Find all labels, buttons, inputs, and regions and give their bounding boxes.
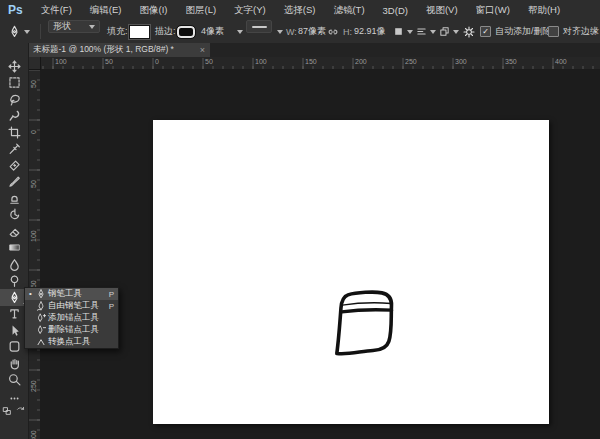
stroke-width-value[interactable]: 4像素 bbox=[201, 20, 224, 43]
hand-tool[interactable] bbox=[0, 355, 28, 372]
flyout-item-转换点工具[interactable]: 转换点工具 bbox=[25, 336, 118, 348]
menu-item[interactable]: 滤镜(T) bbox=[324, 4, 373, 17]
pen-tool-flyout-menu: •钢笔工具P自由钢笔工具P添加锚点工具删除锚点工具转换点工具 bbox=[24, 287, 119, 349]
link-dimensions-icon-wrap[interactable] bbox=[327, 20, 339, 43]
shape-icon bbox=[8, 340, 21, 353]
flyout-item-删除锚点工具[interactable]: 删除锚点工具 bbox=[25, 324, 118, 336]
tool-mode-select[interactable]: 形状 bbox=[48, 20, 100, 33]
checkbox-unchecked-icon bbox=[548, 26, 559, 37]
fill-label: 填充: bbox=[107, 20, 128, 43]
stamp-icon bbox=[8, 192, 21, 205]
tool-preset-pen[interactable] bbox=[8, 20, 30, 43]
flyout-item-钢笔工具[interactable]: •钢笔工具P bbox=[25, 288, 118, 300]
history-icon bbox=[8, 208, 21, 221]
clone-stamp-tool[interactable] bbox=[0, 190, 28, 207]
menu-item[interactable]: 选择(S) bbox=[275, 4, 325, 17]
menu-item[interactable]: 窗口(W) bbox=[467, 4, 519, 17]
close-icon[interactable]: × bbox=[200, 45, 205, 55]
flyout-item-自由钢笔工具[interactable]: 自由钢笔工具P bbox=[25, 300, 118, 312]
zoom-icon bbox=[8, 373, 21, 386]
menu-item[interactable]: 图层(L) bbox=[176, 4, 225, 17]
menu-item[interactable]: 编辑(E) bbox=[81, 4, 131, 17]
tool-mode-value: 形状 bbox=[53, 20, 86, 33]
align-edges-checkbox[interactable]: 对齐边缘 bbox=[548, 20, 599, 43]
auto-add-delete-label: 自动添加/删除 bbox=[495, 25, 552, 38]
flyout-item-label: 添加锚点工具 bbox=[48, 312, 112, 324]
spot-healing-brush-tool[interactable] bbox=[0, 157, 28, 174]
flyout-item-添加锚点工具[interactable]: 添加锚点工具 bbox=[25, 312, 118, 324]
stroke-color bbox=[177, 26, 195, 38]
width-value[interactable]: 87像素 bbox=[298, 20, 326, 43]
canvas[interactable] bbox=[153, 120, 549, 424]
fill-color-swatch[interactable] bbox=[129, 26, 150, 38]
gear-icon bbox=[463, 26, 475, 38]
chevron-down-icon bbox=[89, 25, 95, 29]
height-value[interactable]: 92.91像 bbox=[354, 20, 386, 43]
type-icon bbox=[8, 307, 21, 320]
stroke-style-line bbox=[252, 26, 267, 28]
default-colors-button[interactable] bbox=[0, 404, 14, 417]
move-tool[interactable] bbox=[0, 58, 28, 75]
menu-item[interactable]: 视图(V) bbox=[417, 4, 467, 17]
hand-icon bbox=[8, 357, 21, 370]
pen-icon bbox=[8, 291, 21, 304]
tools-panel bbox=[0, 43, 29, 439]
menu-bar: Ps 文件(F)编辑(E)图像(I)图层(L)文字(Y)选择(S)滤镜(T)3D… bbox=[0, 0, 600, 21]
chevron-down-icon bbox=[237, 30, 243, 34]
eyedropper-tool[interactable] bbox=[0, 141, 28, 158]
menu-item[interactable]: 文字(Y) bbox=[225, 4, 275, 17]
move-icon bbox=[8, 60, 21, 73]
separator bbox=[40, 24, 41, 39]
flyout-item-shortcut: P bbox=[109, 290, 114, 299]
chevron-down-icon bbox=[430, 30, 436, 34]
quick-selection-tool[interactable] bbox=[0, 108, 28, 125]
freeform-pen-icon bbox=[36, 301, 46, 311]
flyout-item-label: 删除锚点工具 bbox=[48, 324, 112, 336]
history-brush-tool[interactable] bbox=[0, 207, 28, 224]
stroke-width-dropdown[interactable] bbox=[234, 20, 243, 43]
crop-tool[interactable] bbox=[0, 124, 28, 141]
stroke-color-swatch[interactable] bbox=[177, 25, 195, 38]
menu-item[interactable]: 文件(F) bbox=[32, 4, 81, 17]
drawn-shape-artwork bbox=[333, 288, 399, 362]
swap-colors-button[interactable] bbox=[13, 404, 27, 417]
brush-tool[interactable] bbox=[0, 174, 28, 191]
lasso-icon bbox=[8, 93, 21, 106]
blur-icon bbox=[8, 258, 21, 271]
ruler-corner bbox=[28, 57, 41, 70]
link-icon bbox=[327, 26, 339, 38]
gradient-tool[interactable] bbox=[0, 240, 28, 257]
ruler-ticks bbox=[28, 69, 40, 439]
stroke-style-dropdown[interactable] bbox=[274, 20, 283, 43]
path-alignment-button[interactable] bbox=[416, 20, 436, 43]
crop-icon bbox=[8, 126, 21, 139]
align-edges-label: 对齐边缘 bbox=[563, 25, 599, 38]
rectangular-marquee-tool[interactable] bbox=[0, 75, 28, 92]
align-icon bbox=[416, 26, 427, 37]
chevron-down-icon bbox=[277, 30, 283, 34]
minicolors-icon bbox=[2, 406, 12, 416]
menu-item[interactable]: 图像(I) bbox=[131, 4, 177, 17]
menu-items: 文件(F)编辑(E)图像(I)图层(L)文字(Y)选择(S)滤镜(T)3D(D)… bbox=[32, 4, 569, 17]
flyout-item-label: 钢笔工具 bbox=[48, 288, 107, 300]
healing-icon bbox=[8, 159, 21, 172]
eraser-tool[interactable] bbox=[0, 223, 28, 240]
lasso-tool[interactable] bbox=[0, 91, 28, 108]
menu-item[interactable]: 3D(D) bbox=[374, 5, 417, 16]
tool-options-bar: 形状 填充: 描边: 4像素 W: 87像素 H: 92.91像 bbox=[0, 20, 600, 44]
edit-toolbar-button[interactable] bbox=[0, 392, 28, 404]
zoom-tool[interactable] bbox=[0, 372, 28, 389]
stroke-style-select[interactable] bbox=[246, 20, 272, 33]
photoshop-logo: Ps bbox=[0, 3, 32, 17]
eyedropper-icon bbox=[8, 142, 21, 155]
geometry-options-button[interactable] bbox=[463, 20, 475, 43]
chevron-down-icon bbox=[24, 30, 30, 34]
auto-add-delete-checkbox[interactable]: ✓ 自动添加/删除 bbox=[480, 20, 552, 43]
dodge-icon bbox=[8, 274, 21, 287]
menu-item[interactable]: 帮助(H) bbox=[519, 4, 569, 17]
path-select-icon bbox=[8, 324, 21, 337]
blur-tool[interactable] bbox=[0, 256, 28, 273]
document-tab[interactable]: 未标题-1 @ 100% (形状 1, RGB/8#) * × bbox=[28, 43, 210, 57]
path-arrangement-button[interactable] bbox=[439, 20, 459, 43]
path-operations-button[interactable] bbox=[393, 20, 413, 43]
